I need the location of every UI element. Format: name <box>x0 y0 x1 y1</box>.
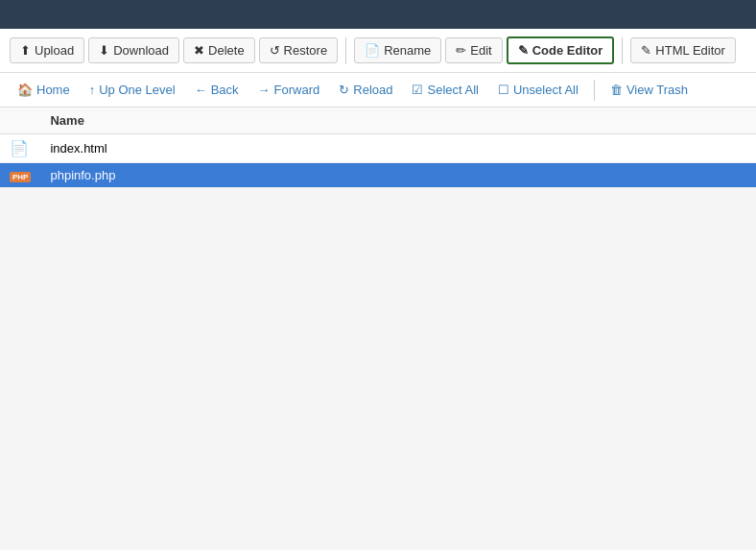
file-table: Name 📄index.htmlPHPphpinfo.php <box>0 108 756 188</box>
view-trash-button[interactable]: 🗑 View Trash <box>602 79 696 101</box>
reload-button[interactable]: ↻ Reload <box>331 79 400 101</box>
row-checkbox-cell: PHP <box>0 163 40 188</box>
restore-icon: ↺ <box>270 43 280 58</box>
toolbar-divider-2 <box>622 37 623 64</box>
main-content: Name 📄index.htmlPHPphpinfo.php DownloadV… <box>0 108 756 188</box>
restore-button[interactable]: ↺ Restore <box>259 37 339 63</box>
toolbar: ⬆ Upload ⬇ Download ✖ Delete ↺ Restore 📄… <box>0 29 756 73</box>
forward-button[interactable]: → Forward <box>250 79 328 101</box>
edit-icon: ✏ <box>456 43 466 58</box>
html-editor-icon: ✎ <box>641 43 651 58</box>
select-all-button[interactable]: ☑ Select All <box>404 79 485 101</box>
back-button[interactable]: ← Back <box>187 79 247 101</box>
nav-divider <box>594 80 595 101</box>
download-button[interactable]: ⬇ Download <box>88 37 179 63</box>
up-one-level-button[interactable]: ↑ Up One Level <box>82 79 183 101</box>
toolbar-divider-1 <box>345 37 346 64</box>
delete-button[interactable]: ✖ Delete <box>183 37 255 63</box>
nav-bar: 🏠 Home ↑ Up One Level ← Back → Forward ↻… <box>0 73 756 108</box>
upload-button[interactable]: ⬆ Upload <box>10 37 84 63</box>
download-icon: ⬇ <box>99 43 109 58</box>
forward-icon: → <box>258 83 271 97</box>
upload-icon: ⬆ <box>20 43 31 58</box>
code-editor-button[interactable]: ✎ Code Editor <box>507 36 615 64</box>
reload-icon: ↻ <box>339 83 349 97</box>
html-icon: 📄 <box>10 140 29 156</box>
rename-button[interactable]: 📄 Rename <box>354 37 441 63</box>
rename-icon: 📄 <box>365 43 380 58</box>
unselect-all-button[interactable]: ☐ Unselect All <box>490 79 586 101</box>
trash-icon: 🗑 <box>610 83 623 97</box>
table-row[interactable]: 📄index.html <box>0 134 756 163</box>
edit-button[interactable]: ✏ Edit <box>445 37 502 63</box>
row-name-cell: phpinfo.php <box>40 163 756 188</box>
checkbox-col-header <box>0 108 40 134</box>
unselect-all-icon: ☐ <box>498 83 509 97</box>
delete-icon: ✖ <box>194 43 204 58</box>
html-editor-button[interactable]: ✎ HTML Editor <box>630 37 735 63</box>
row-name-cell: index.html <box>40 134 756 163</box>
up-icon: ↑ <box>89 83 96 97</box>
table-row[interactable]: PHPphpinfo.php <box>0 163 756 188</box>
php-icon: PHP <box>10 172 31 182</box>
code-editor-icon: ✎ <box>518 43 529 58</box>
select-all-icon: ☑ <box>412 83 423 97</box>
row-checkbox-cell: 📄 <box>0 134 40 163</box>
top-bar <box>0 0 756 29</box>
home-icon: 🏠 <box>17 83 33 97</box>
home-nav-button[interactable]: 🏠 Home <box>10 79 78 101</box>
name-column-header: Name <box>40 108 756 134</box>
back-icon: ← <box>195 83 207 97</box>
